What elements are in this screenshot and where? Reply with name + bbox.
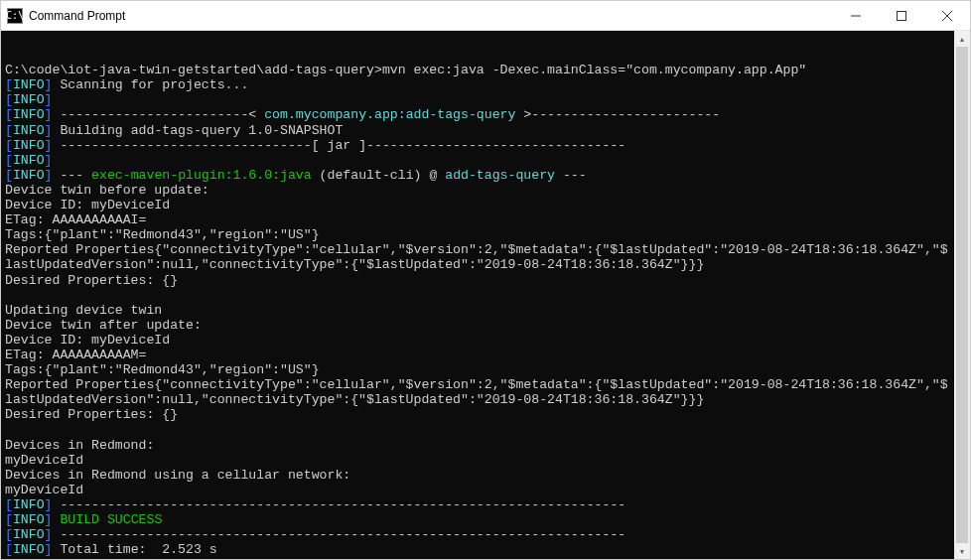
minimize-icon [851,11,861,21]
output-line: Device ID: myDeviceId [5,198,170,212]
bracket: [ [5,77,13,92]
info-tag: INFO [13,92,45,107]
cmd-icon: C:\ [7,8,23,24]
output-line: myDeviceId [5,483,83,497]
output-line: Devices in Redmond using a cellular netw… [5,468,350,483]
log-text: Building add-tags-query 1.0-SNAPSHOT [53,123,344,138]
close-icon [942,11,952,21]
bracket: [ [5,557,13,559]
info-tag: INFO [13,527,45,542]
bracket: ] [45,527,53,542]
bracket: ] [45,512,53,527]
output-line: ETag: AAAAAAAAAAI= [5,212,146,227]
output-line: ETag: AAAAAAAAAAM= [5,348,146,362]
window-title: Command Prompt [29,9,833,23]
scroll-down-arrow[interactable]: ▾ [954,543,970,559]
svg-rect-1 [898,11,906,20]
vertical-scrollbar[interactable]: ▴ ▾ [954,31,970,559]
minimize-button[interactable] [833,1,879,30]
scroll-up-arrow[interactable]: ▴ [954,31,970,47]
output-line: Reported Properties{"connectivityType":"… [5,377,948,392]
bracket: [ [5,153,13,168]
output-line: Desired Properties: {} [5,273,178,288]
log-text: --- [53,168,92,183]
log-text: Total time: 2.523 s [53,542,217,557]
info-tag: INFO [13,557,45,559]
info-tag: INFO [13,153,45,168]
info-tag: INFO [13,107,45,122]
bracket: ] [45,497,53,512]
bracket: ] [45,168,53,183]
output-line: Desired Properties: {} [5,407,178,422]
info-tag: INFO [13,77,45,92]
project-name: add-tags-query [445,168,555,183]
plugin-name: exec-maven-plugin:1.6.0:java [91,168,312,183]
output-line: Tags:{"plant":"Redmond43","region":"US"} [5,362,320,377]
bracket: [ [5,497,13,512]
output-line: Tags:{"plant":"Redmond43","region":"US"} [5,227,320,242]
bracket: [ [5,527,13,542]
bracket: [ [5,512,13,527]
bracket: ] [45,557,53,559]
blank-line [5,288,13,303]
close-button[interactable] [924,1,970,30]
info-tag: INFO [13,512,45,527]
output-line: Device ID: myDeviceId [5,333,170,348]
bracket: [ [5,138,13,153]
output-line: Device twin after update: [5,318,202,333]
bracket: [ [5,168,13,183]
info-tag: INFO [13,542,45,557]
command-text: mvn exec:java -Dexec.mainClass="com.myco… [382,63,806,77]
info-tag: INFO [13,138,45,153]
blank-line [5,48,13,63]
bracket: ] [45,138,53,153]
log-text: >------------------------ [515,107,720,122]
build-success: BUILD SUCCESS [60,512,162,527]
bracket: ] [45,92,53,107]
bracket: [ [5,107,13,122]
info-tag: INFO [13,497,45,512]
bracket: ] [45,153,53,168]
log-text: Finished at: 2019-08-24T11:38:14-07:00 [53,557,359,559]
bracket: [ [5,123,13,138]
window-titlebar: C:\ Command Prompt [1,1,970,31]
bracket: [ [5,542,13,557]
blank-line [5,422,13,437]
log-text: --- [555,168,587,183]
log-text: ----------------------------------------… [53,497,626,512]
bracket: ] [45,77,53,92]
output-line: lastUpdatedVersion":null,"connectivityTy… [5,257,704,272]
bracket: ] [45,107,53,122]
maximize-button[interactable] [879,1,924,30]
terminal-output[interactable]: C:\code\iot-java-twin-getstarted\add-tag… [1,31,954,559]
artifact-name: com.mycompany.app:add-tags-query [264,107,515,122]
scroll-thumb[interactable] [956,47,968,543]
output-line: Reported Properties{"connectivityType":"… [5,242,948,257]
window-controls [833,1,970,30]
maximize-icon [897,11,906,21]
bracket: [ [5,92,13,107]
output-line: Updating device twin [5,303,162,318]
prompt-path: C:\code\iot-java-twin-getstarted\add-tag… [5,63,382,77]
bracket: ] [45,542,53,557]
scroll-track[interactable] [954,47,970,543]
log-text: (default-cli) @ [312,168,446,183]
output-line: Device twin before update: [5,183,209,198]
output-line: lastUpdatedVersion":null,"connectivityTy… [5,392,704,407]
output-line: Devices in Redmond: [5,438,154,453]
log-text: ------------------------< [53,107,265,122]
log-text: --------------------------------[ jar ]-… [53,138,626,153]
terminal-area: C:\code\iot-java-twin-getstarted\add-tag… [1,31,970,559]
bracket: ] [45,123,53,138]
output-line: myDeviceId [5,453,83,468]
log-text: ----------------------------------------… [53,527,626,542]
info-tag: INFO [13,168,45,183]
log-text: Scanning for projects... [53,77,249,92]
info-tag: INFO [13,123,45,138]
